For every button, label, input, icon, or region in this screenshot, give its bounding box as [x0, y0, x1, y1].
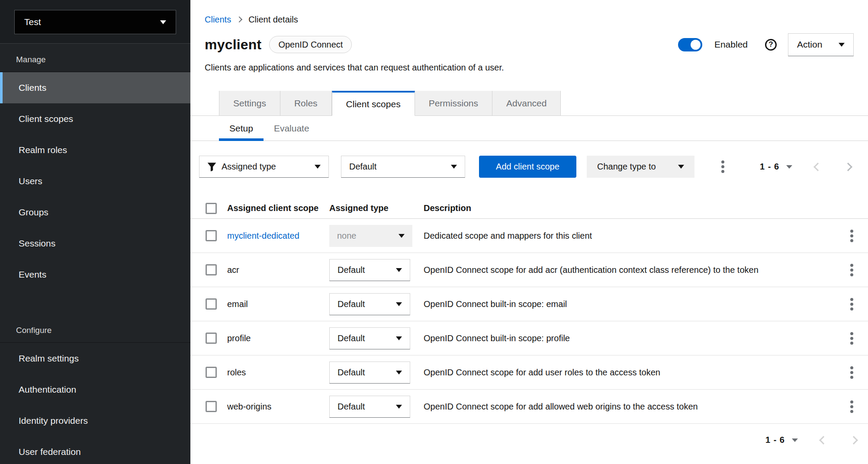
row-checkbox[interactable]: [206, 230, 217, 241]
chevron-down-icon: [396, 302, 402, 306]
sidebar-item-authentication[interactable]: Authentication: [0, 374, 190, 405]
tab-settings[interactable]: Settings: [219, 91, 280, 115]
assigned-type-filter-dropdown[interactable]: Assigned type: [199, 156, 329, 178]
table-row: profile Default OpenID Connect built-in …: [190, 321, 868, 355]
realm-selector[interactable]: Test: [14, 10, 176, 34]
kebab-dot: [850, 269, 853, 272]
kebab-dot: [850, 234, 853, 237]
table-header-row: Assigned client scope Assigned type Desc…: [190, 198, 868, 219]
add-client-scope-button[interactable]: Add client scope: [479, 156, 576, 178]
row-checkbox[interactable]: [206, 264, 217, 275]
table-row: acr Default OpenID Connect scope for add…: [190, 253, 868, 287]
page-header: Clients Client details myclient OpenID C…: [190, 0, 868, 91]
breadcrumb-clients-link[interactable]: Clients: [205, 15, 231, 25]
assigned-type-select[interactable]: Default: [329, 293, 410, 315]
row-kebab-menu[interactable]: [846, 261, 858, 279]
row-kebab-menu[interactable]: [846, 330, 858, 347]
kebab-dot: [850, 405, 853, 408]
assigned-type-value: none: [337, 231, 357, 241]
row-checkbox[interactable]: [206, 401, 217, 412]
subtab-setup[interactable]: Setup: [219, 116, 264, 141]
assigned-type-value: Default: [338, 368, 365, 378]
pagination-range: 1 - 6: [765, 435, 785, 445]
scope-description: OpenID Connect scope for add allowed web…: [424, 402, 836, 412]
sidebar-item-identity-providers[interactable]: Identity providers: [0, 405, 190, 436]
protocol-badge: OpenID Connect: [269, 36, 352, 53]
assigned-type-value: Default: [338, 333, 365, 343]
assigned-type-select[interactable]: Default: [329, 362, 410, 384]
filter-value-dropdown[interactable]: Default: [341, 156, 465, 178]
sidebar-item-realm-settings[interactable]: Realm settings: [0, 343, 190, 374]
subtab-evaluate[interactable]: Evaluate: [264, 116, 320, 141]
column-header-description: Description: [424, 203, 836, 213]
kebab-dot: [850, 307, 853, 310]
pagination-menu-caret-icon[interactable]: [792, 438, 798, 442]
row-kebab-menu[interactable]: [846, 295, 858, 313]
chevron-down-icon: [451, 165, 457, 169]
breadcrumb-current: Client details: [248, 15, 298, 25]
assigned-type-value: Default: [338, 299, 365, 309]
table-row: web-origins Default OpenID Connect scope…: [190, 390, 868, 424]
tab-advanced[interactable]: Advanced: [492, 91, 561, 115]
scope-description: OpenID Connect built-in scope: profile: [424, 333, 836, 343]
main-content: Clients Client details myclient OpenID C…: [190, 0, 868, 464]
enabled-toggle[interactable]: [678, 38, 702, 51]
pagination-next-icon[interactable]: [849, 436, 858, 445]
pagination-prev-icon[interactable]: [819, 436, 828, 445]
column-header-assigned-type: Assigned type: [329, 203, 424, 213]
change-type-to-dropdown[interactable]: Change type to: [587, 156, 694, 178]
assigned-type-select[interactable]: Default: [329, 327, 410, 349]
sidebar-item-clients[interactable]: Clients: [0, 72, 190, 103]
kebab-dot: [721, 170, 724, 173]
pagination-menu-caret-icon[interactable]: [786, 165, 792, 169]
tab-bar: Settings Roles Client scopes Permissions…: [190, 91, 868, 116]
scope-description: OpenID Connect scope for add acr (authen…: [424, 265, 836, 275]
sidebar-item-groups[interactable]: Groups: [0, 197, 190, 228]
chevron-down-icon: [396, 405, 402, 409]
scope-name: web-origins: [227, 402, 329, 412]
kebab-dot: [850, 376, 853, 379]
scope-link[interactable]: myclient-dedicated: [227, 231, 299, 240]
change-type-label: Change type to: [597, 162, 656, 172]
row-kebab-menu[interactable]: [846, 364, 858, 381]
row-kebab-menu[interactable]: [846, 398, 858, 416]
title-row: myclient OpenID Connect Enabled ? Action: [205, 35, 854, 54]
tab-roles[interactable]: Roles: [280, 91, 332, 115]
select-all-checkbox[interactable]: [206, 203, 217, 214]
assigned-type-select[interactable]: Default: [329, 396, 410, 418]
pagination-next-icon[interactable]: [844, 163, 852, 171]
bottom-bar: 1 - 6: [190, 424, 868, 445]
tab-client-scopes[interactable]: Client scopes: [332, 91, 415, 116]
assigned-type-value: Default: [338, 402, 365, 412]
toolbar-kebab-menu[interactable]: [717, 158, 729, 176]
sidebar: Test Manage Clients Client scopes Realm …: [0, 0, 190, 464]
chevron-down-icon: [396, 336, 402, 340]
kebab-dot: [850, 337, 853, 340]
row-checkbox[interactable]: [206, 333, 217, 344]
row-checkbox[interactable]: [206, 298, 217, 310]
row-kebab-menu[interactable]: [846, 227, 858, 245]
chevron-down-icon: [839, 43, 845, 47]
toggle-knob: [691, 40, 701, 50]
scope-name: profile: [227, 333, 329, 343]
kebab-dot: [850, 303, 853, 306]
help-icon[interactable]: ?: [765, 39, 777, 51]
sidebar-item-user-federation[interactable]: User federation: [0, 436, 190, 464]
scope-description: OpenID Connect scope for add user roles …: [424, 368, 836, 378]
sidebar-item-users[interactable]: Users: [0, 166, 190, 197]
action-dropdown[interactable]: Action: [788, 33, 854, 56]
chevron-down-icon: [315, 165, 321, 169]
tab-permissions[interactable]: Permissions: [415, 91, 492, 115]
filter-dropdown-label: Assigned type: [222, 162, 276, 172]
sidebar-item-client-scopes[interactable]: Client scopes: [0, 103, 190, 134]
chevron-down-icon: [399, 234, 405, 238]
assigned-type-select[interactable]: Default: [329, 259, 410, 281]
sidebar-item-events[interactable]: Events: [0, 259, 190, 290]
kebab-dot: [850, 366, 853, 369]
enabled-label: Enabled: [714, 39, 748, 50]
sidebar-item-sessions[interactable]: Sessions: [0, 228, 190, 259]
row-checkbox[interactable]: [206, 367, 217, 378]
sidebar-item-realm-roles[interactable]: Realm roles: [0, 134, 190, 166]
table-row: roles Default OpenID Connect scope for a…: [190, 355, 868, 390]
pagination-prev-icon[interactable]: [813, 163, 822, 171]
